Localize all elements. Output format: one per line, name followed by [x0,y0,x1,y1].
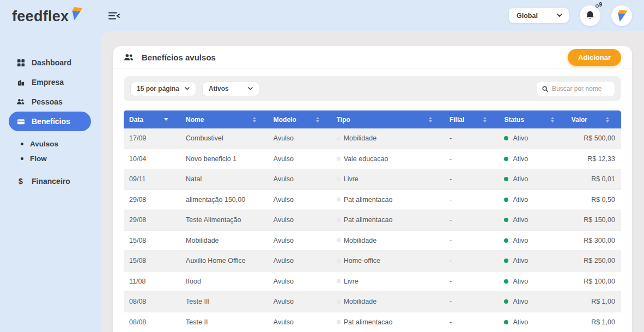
sidebar-item-label: Flow [30,155,47,163]
sidebar-item-pessoas[interactable]: Pessoas [9,92,91,112]
cell-data: 08/08 [124,318,180,326]
people-icon [124,53,134,62]
cell-tipo: Mobilidade [331,298,444,305]
sidebar-item-avulsos[interactable]: Avulsos [9,137,91,151]
cell-tipo: Pat alimentacao [331,216,444,224]
cell-nome: Novo beneficio 1 [180,155,268,163]
cell-data: 15/08 [124,257,180,265]
cell-data: 15/08 [124,237,180,244]
cell-tipo: Livre [331,278,444,285]
card-header: Benefícios avulsos Adicionar [113,46,632,69]
app-logo[interactable]: feedflex [0,0,101,31]
search-icon [542,85,548,93]
cell-valor: R$ 0,01 [566,175,621,183]
category-icon [337,238,341,242]
cell-filial: - [444,175,499,183]
sort-icon[interactable] [253,117,256,122]
column-header-filial[interactable]: Filial [444,110,499,128]
avatar[interactable] [611,5,632,26]
table-row[interactable]: 08/08 Teste II Avulso Pat alimentacao - … [124,312,621,332]
cell-filial: - [444,318,499,326]
topbar: Global 9 [101,0,644,31]
sidebar-item-beneficios[interactable]: Benefícios [9,112,91,131]
sort-icon[interactable] [429,117,432,122]
sort-icon[interactable] [551,117,554,122]
status-badge: Ativo [513,257,528,265]
column-header-modelo[interactable]: Modelo [268,110,331,128]
bullet-icon [21,157,23,160]
cell-status: Ativo [499,196,566,204]
cell-modelo: Avulso [268,155,331,163]
table-row[interactable]: 29/08 Teste Alimentação Avulso Pat alime… [124,210,621,231]
cell-data: 29/08 [124,216,180,224]
cell-filial: - [444,298,499,305]
sidebar-item-flow[interactable]: Flow [9,151,91,166]
cell-status: Ativo [499,175,566,183]
sidebar-item-label: Dashboard [32,58,71,67]
cell-tipo: Vale educacao [331,155,444,163]
sort-desc-icon[interactable] [164,118,168,121]
cell-nome: Teste III [180,298,268,305]
dollar-icon: $ [16,177,25,186]
sort-icon[interactable] [606,117,609,122]
table-header: Data Nome Modelo Tipo Filial [124,110,621,128]
table-row[interactable]: 17/09 Combustivel Avulso Mobilidade - At… [124,128,621,149]
notifications-button[interactable]: 9 [580,5,600,26]
cell-data: 10/04 [124,155,180,163]
status-filter-select[interactable]: Ativos [202,82,259,96]
table-row[interactable]: 09/11 Natal Avulso Livre - Ativo R$ 0,01 [124,169,621,190]
sidebar-item-financeiro[interactable]: $ Financeiro [9,171,91,191]
table-row[interactable]: 10/04 Novo beneficio 1 Avulso Vale educa… [124,149,621,170]
status-badge: Ativo [513,134,528,142]
column-header-valor[interactable]: Valor [566,110,621,128]
search-box [537,82,615,96]
status-dot-icon [504,299,508,304]
people-icon [16,97,25,106]
cell-status: Ativo [499,318,566,326]
table-row[interactable]: 15/08 Mobilidade Avulso Mobilidade - Ati… [124,231,621,251]
status-dot-icon [504,320,508,324]
table-row[interactable]: 11/08 Ifood Avulso Livre - Ativo R$ 100,… [124,272,621,292]
cell-nome: Auxilio Home Office [180,257,268,265]
sort-icon[interactable] [483,117,487,122]
cell-filial: - [444,237,499,244]
cell-modelo: Avulso [268,318,331,326]
sidebar-collapse-icon[interactable] [108,11,120,20]
status-badge: Ativo [513,298,528,305]
cell-tipo: Mobilidade [331,237,444,244]
add-button[interactable]: Adicionar [568,49,621,66]
table-row[interactable]: 08/08 Teste III Avulso Mobilidade - Ativ… [124,292,621,312]
cell-filial: - [444,257,499,265]
sidebar-item-empresa[interactable]: Empresa [9,72,91,92]
benefits-table: Data Nome Modelo Tipo Filial [124,110,621,332]
cell-nome: Ifood [180,278,268,285]
table-row[interactable]: 15/08 Auxilio Home Office Avulso Home-of… [124,251,621,272]
cell-valor: R$ 250,00 [566,257,621,265]
filter-bar: 15 por página Ativos [124,76,621,101]
cell-nome: Mobilidade [180,237,268,244]
column-header-status[interactable]: Status [499,110,566,128]
sidebar-nav: Dashboard Empresa Pessoas [0,31,101,191]
scope-selector[interactable]: Global [509,8,569,23]
cell-modelo: Avulso [268,298,331,305]
status-badge: Ativo [513,175,528,183]
cell-data: 09/11 [124,175,180,183]
cell-status: Ativo [499,134,566,142]
column-header-data[interactable]: Data [124,110,180,128]
sidebar-item-label: Benefícios [32,117,70,126]
cell-status: Ativo [499,298,566,305]
column-header-nome[interactable]: Nome [180,110,268,128]
cell-status: Ativo [499,237,566,244]
status-dot-icon [504,259,508,263]
category-icon [337,320,341,324]
table-row[interactable]: 29/08 alimentação 150,00 Avulso Pat alim… [124,190,621,211]
per-page-value: 15 por página [137,85,179,93]
search-input[interactable] [552,85,609,93]
sidebar-item-dashboard[interactable]: Dashboard [9,53,91,72]
status-dot-icon [504,177,508,181]
sort-icon[interactable] [316,117,319,122]
per-page-select[interactable]: 15 por página [130,82,196,96]
status-dot-icon [504,238,508,243]
column-header-tipo[interactable]: Tipo [331,110,444,128]
topbar-actions: Global 9 [509,5,632,26]
